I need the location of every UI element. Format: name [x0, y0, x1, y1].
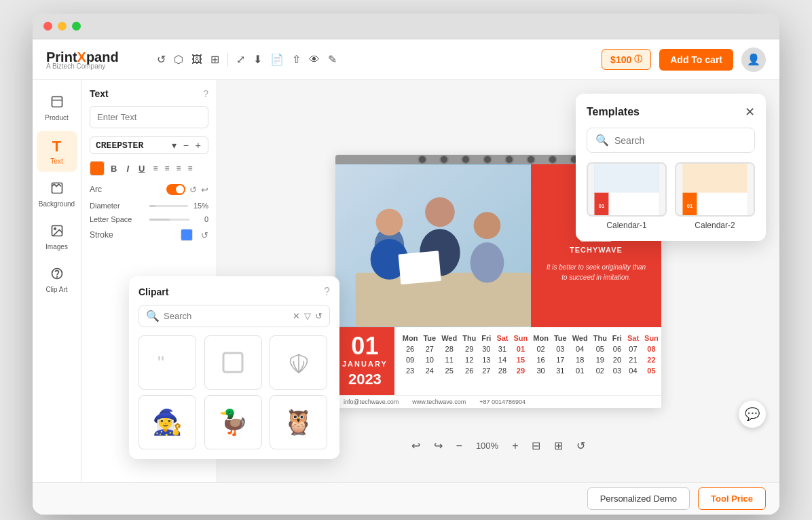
- browser-titlebar: [33, 14, 779, 39]
- cal-table-wrap: Mon Tue Wed Thu Fri Sat Sun Mon Tue: [394, 327, 661, 395]
- background-icon: [50, 181, 64, 198]
- bold-button[interactable]: B: [107, 162, 120, 176]
- footer-email: info@techwave.com: [344, 398, 399, 405]
- clipart-clear-button[interactable]: ✕: [293, 311, 300, 321]
- diameter-slider[interactable]: [149, 205, 188, 207]
- traffic-light-red[interactable]: [43, 22, 52, 31]
- tool-price-button[interactable]: Tool Price: [698, 487, 766, 510]
- background-label: Background: [39, 200, 75, 208]
- template-item-2[interactable]: 01 Calendar-2: [675, 162, 755, 230]
- footer-phone: +87 0014786904: [479, 398, 525, 405]
- arc-refresh-icon[interactable]: ↺: [189, 185, 197, 195]
- clipart-filter-icon[interactable]: ▽: [304, 311, 311, 321]
- traffic-light-yellow[interactable]: [58, 22, 67, 31]
- avatar-button[interactable]: 👤: [741, 48, 766, 72]
- download-icon[interactable]: ⬇: [253, 53, 262, 66]
- add-to-cart-button[interactable]: Add To cart: [659, 49, 733, 71]
- font-decrease-button[interactable]: −: [182, 140, 190, 151]
- clipart-lotus[interactable]: [270, 335, 327, 390]
- clipart-help-icon[interactable]: ?: [324, 286, 330, 298]
- template-thumb-1: 01: [587, 162, 667, 217]
- clipart-quote[interactable]: ": [139, 335, 196, 390]
- align-center-button[interactable]: ≡: [162, 162, 171, 175]
- font-selector[interactable]: CREEPSTER ▾ − +: [90, 136, 208, 154]
- clipart-search-input[interactable]: [164, 311, 289, 321]
- svg-point-14: [474, 212, 501, 239]
- align-right-button[interactable]: ≡: [174, 162, 183, 175]
- grid-toggle-button[interactable]: ⊞: [551, 437, 566, 455]
- layout-button[interactable]: ⊟: [529, 437, 543, 455]
- svg-rect-16: [399, 250, 441, 284]
- svg-rect-8: [356, 272, 531, 326]
- sidebar-item-product[interactable]: Product: [37, 88, 77, 128]
- templates-header: Templates ✕: [587, 105, 755, 119]
- canvas-refresh-button[interactable]: ↺: [574, 437, 588, 455]
- redo-button[interactable]: ↪: [431, 437, 445, 455]
- arc-reset-icon[interactable]: ↩: [201, 185, 208, 195]
- sidebar-item-images[interactable]: Images: [37, 217, 77, 257]
- edit-icon[interactable]: ✎: [328, 53, 337, 66]
- clipart-witch[interactable]: 🧙‍♀️: [139, 395, 196, 449]
- table-row: 23 24 25 26 27 28 29 30 31: [400, 365, 661, 376]
- cal-month-name: JANUARY: [342, 360, 388, 368]
- cal-footer: info@techwave.com www.techwave.com +87 0…: [335, 395, 661, 408]
- template-label-1: Calendar-1: [587, 221, 667, 230]
- clipart-owl[interactable]: 🦉: [270, 395, 327, 449]
- letter-space-slider[interactable]: [149, 219, 189, 221]
- price-badge: $100 ⓘ: [602, 49, 651, 70]
- chat-icon[interactable]: 💬: [739, 401, 766, 428]
- template-item-1[interactable]: 01 Calendar-1: [587, 162, 667, 230]
- sidebar-item-background[interactable]: Background: [37, 174, 77, 215]
- templates-search-row: 🔍: [587, 128, 755, 153]
- align-left-button[interactable]: ≡: [151, 162, 160, 175]
- svg-text:": ": [158, 352, 164, 373]
- sidebar-item-clipart[interactable]: Clip Art: [37, 260, 77, 300]
- letter-space-fill: [149, 219, 170, 221]
- col-fri1: Fri: [479, 333, 494, 343]
- header-tools: ↺ ⬡ 🖼 ⊞ ⤢ ⬇ 📄 ⇧ 👁 ✎: [157, 53, 591, 67]
- bottom-bar: Personalized Demo Tool Price: [33, 482, 779, 515]
- svg-rect-29: [223, 353, 242, 372]
- expand-icon[interactable]: ⤢: [236, 53, 245, 66]
- document-icon[interactable]: 📄: [270, 53, 284, 66]
- table-row: 09 10 11 12 13 14 15 16 17: [400, 354, 661, 365]
- info-icon: ⓘ: [634, 54, 642, 65]
- cal-tagline: It is better to seek originality than to…: [545, 262, 648, 282]
- refresh-icon[interactable]: ↺: [157, 53, 166, 66]
- undo-button[interactable]: ↩: [409, 437, 423, 455]
- brand-name: TECHYWAVE: [570, 246, 623, 254]
- zoom-in-button[interactable]: +: [509, 437, 521, 455]
- clipart-header: Clipart ?: [139, 286, 330, 298]
- clipart-refresh-button[interactable]: ↺: [315, 311, 322, 321]
- sidebar-icons: Product T Text Background Images: [33, 80, 81, 482]
- underline-button[interactable]: U: [135, 162, 148, 176]
- svg-point-10: [376, 208, 403, 236]
- stroke-refresh-icon[interactable]: ↺: [201, 230, 208, 240]
- arc-toggle[interactable]: [166, 184, 185, 195]
- eye-icon[interactable]: 👁: [309, 54, 320, 66]
- font-increase-button[interactable]: +: [194, 140, 202, 151]
- italic-button[interactable]: I: [123, 162, 132, 176]
- stroke-row: Stroke ↺: [90, 229, 208, 241]
- templates-search-input[interactable]: [614, 135, 746, 146]
- clipart-duck[interactable]: 🦆: [204, 395, 262, 449]
- svg-text:01: 01: [687, 203, 693, 209]
- align-justify-button[interactable]: ≡: [185, 162, 194, 175]
- zoom-level: 100%: [473, 441, 501, 451]
- templates-close-button[interactable]: ✕: [745, 105, 755, 119]
- color-swatch[interactable]: [90, 161, 105, 176]
- sidebar-item-text[interactable]: T Text: [37, 131, 77, 172]
- demo-button[interactable]: Personalized Demo: [587, 487, 690, 510]
- traffic-light-green[interactable]: [72, 22, 81, 31]
- share-icon[interactable]: ⇧: [292, 53, 301, 66]
- font-chevron-icon[interactable]: ▾: [170, 140, 178, 151]
- image-icon[interactable]: 🖼: [191, 54, 202, 66]
- arc-label: Arc: [90, 185, 162, 194]
- grid-icon[interactable]: ⊞: [210, 53, 219, 66]
- clipart-square[interactable]: [204, 335, 262, 390]
- shape-icon[interactable]: ⬡: [174, 53, 183, 66]
- text-help-icon[interactable]: ?: [203, 88, 208, 99]
- stroke-color[interactable]: [181, 229, 193, 241]
- text-input[interactable]: [90, 106, 208, 128]
- zoom-out-button[interactable]: −: [454, 437, 465, 455]
